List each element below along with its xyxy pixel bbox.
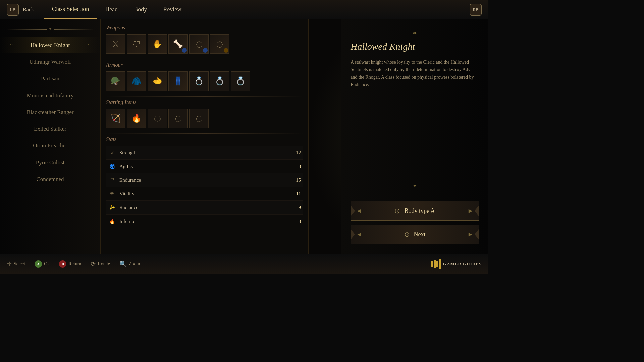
nav-head[interactable]: Head [97,0,126,19]
weapon-slot-4[interactable]: 🦴 [168,34,188,54]
gauntlet-icon: ✋ [152,39,162,49]
stat-row-endurance: 🛡 Endurance 15 [106,173,303,187]
weapon-slot-3[interactable]: ✋ [148,34,167,54]
zoom-label: Zoom [129,261,140,267]
agility-value: 8 [291,164,301,169]
agility-icon: 🌀 [108,162,116,170]
starting-items-title: Starting Items [106,99,303,105]
starting-item-1[interactable]: 🏹 [106,109,125,128]
weapons-title: Weapons [106,25,303,31]
rotate-label: Rotate [98,261,110,267]
bone-icon: 🦴 [173,39,183,49]
empty-weapon-icon-2: ◌ [216,39,223,49]
armour-slot-4[interactable]: 👖 [168,71,188,91]
info-bottom-decoration: ✦ [351,183,479,189]
nav-body[interactable]: Body [126,0,155,19]
stats-list: ⚔ Strength 12 🌀 Agility 8 🛡 Endurance 15… [106,146,303,228]
divider-1 [106,59,303,59]
b-button[interactable]: B [59,260,66,268]
a-button[interactable]: A [35,260,42,268]
chest-icon: 🧥 [131,76,142,86]
inferno-value: 8 [291,219,301,224]
divider-3 [106,133,303,134]
next-right-arrow: ► [467,231,473,238]
ok-action: A Ok [35,260,50,268]
logo-bars [431,259,441,269]
starting-item-3[interactable]: ◌ [148,109,167,128]
next-left-arrow: ◄ [356,231,362,238]
class-item-orian[interactable]: Orian Preacher [0,138,100,154]
sidebar: ❧ Hallowed Knight Udirangr Warwolf Parti… [0,19,101,254]
class-item-exiled[interactable]: Exiled Stalker [0,121,100,137]
stats-title: Stats [106,136,303,142]
class-item-mournstead[interactable]: Mournstead Infantry [0,87,100,104]
back-button[interactable]: Back [23,7,34,13]
class-item-blackfeather[interactable]: Blackfeather Ranger [0,104,100,120]
armour-slot-2[interactable]: 🧥 [127,71,146,91]
empty-item-4: ◌ [175,114,182,123]
armour-slot-6[interactable]: 💍 [210,71,229,91]
body-type-button[interactable]: ◄ ⊙ Body type A ► [351,201,479,221]
inferno-label: Inferno [119,219,287,224]
body-type-left-arrow: ◄ [356,207,362,215]
select-label: Select [14,261,25,267]
starting-item-2[interactable]: 🔥 [127,109,146,128]
armour-title: Armour [106,62,303,68]
badge-blue-2 [203,48,208,53]
strength-icon: ⚔ [108,148,116,157]
endurance-value: 15 [291,177,301,183]
radiance-icon: ✨ [108,203,116,212]
stat-row-strength: ⚔ Strength 12 [106,146,303,160]
stat-row-agility: 🌀 Agility 8 [106,160,303,173]
vitality-value: 11 [291,191,301,197]
info-description: A stalwart knight whose loyalty to the C… [351,59,479,177]
info-panel: ❧ Hallowed Knight A stalwart knight whos… [341,19,488,254]
weapon-slot-1[interactable]: ⚔ [106,34,125,54]
next-icon: ⊙ [404,230,410,238]
helm-icon: 🪖 [111,76,121,86]
return-action: B Return [59,260,81,268]
weapon-slot-2[interactable]: 🛡 [127,34,146,54]
armour-slot-5[interactable]: 💍 [189,71,209,91]
armour-slot-3[interactable]: 🫲 [148,71,167,91]
nav-review[interactable]: Review [155,0,190,19]
armour-slot-7[interactable]: 💍 [231,71,250,91]
select-icon: ✛ [7,260,12,268]
rb-button[interactable]: RB [470,4,482,16]
class-item-hallowed-knight[interactable]: Hallowed Knight [0,37,100,53]
nav-class-selection[interactable]: Class Selection [44,0,97,19]
zoom-action: 🔍 Zoom [119,260,140,268]
rotate-icon: ⟳ [91,260,96,268]
starting-item-5[interactable]: ◌ [189,109,209,128]
armour-slot-1[interactable]: 🪖 [106,71,125,91]
weapon-slot-5[interactable]: ◌ [189,34,209,54]
class-item-partisan[interactable]: Partisan [0,71,100,87]
vitality-label: Vitality [119,191,287,197]
radiance-value: 9 [291,205,301,210]
gloves-icon: 🫲 [152,76,162,86]
empty-item-5: ◌ [196,114,203,123]
next-button[interactable]: ◄ ⊙ Next ► [351,225,479,244]
badge-blue [182,48,187,53]
sidebar-top-decoration: ❧ [7,26,94,33]
rotate-action: ⟳ Rotate [91,260,110,268]
class-item-condemned[interactable]: Condemned [0,171,100,187]
lb-button[interactable]: LB [7,4,19,16]
gamer-guides-logo: GAMER GUIDES [431,259,482,269]
center-panel: Weapons ⚔ 🛡 ✋ 🦴 ◌ ◌ Armour 🪖 [101,19,309,254]
stat-row-radiance: ✨ Radiance 9 [106,201,303,215]
radiance-label: Radiance [119,205,287,210]
empty-item-3: ◌ [154,114,161,123]
class-item-pyric[interactable]: Pyric Cultist [0,155,100,171]
starting-items-grid: 🏹 🔥 ◌ ◌ ◌ [106,109,303,128]
endurance-label: Endurance [119,177,287,183]
logo-bar-2 [434,260,436,268]
weapon-slot-6[interactable]: ◌ [210,34,229,54]
crossbow-icon: 🏹 [111,114,121,123]
vitality-icon: ❤ [108,190,116,198]
class-item-udirangr[interactable]: Udirangr Warwolf [0,54,100,70]
starting-item-4[interactable]: ◌ [168,109,188,128]
ring-icon-3: 💍 [235,76,246,86]
ok-label: Ok [44,261,50,267]
body-type-icon: ⊙ [394,207,400,215]
